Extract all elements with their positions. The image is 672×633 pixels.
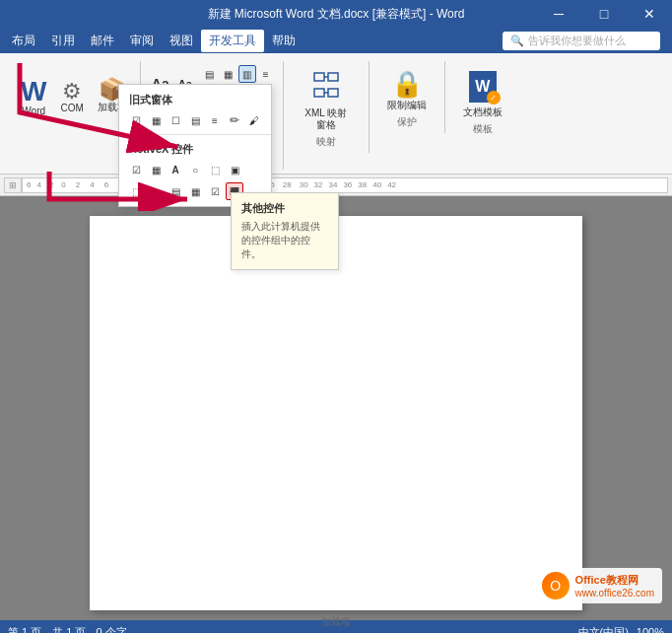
menubar: 布局 引用 邮件 审阅 视图 开发工具 帮助 🔍 告诉我你想要做什么 <box>0 28 672 53</box>
addins-group-label: 加载项 <box>0 615 672 629</box>
menu-developer[interactable]: 开发工具 <box>201 30 264 52</box>
xml-mapping-icon <box>310 69 342 107</box>
restrict-editing-label: 限制编辑 <box>387 100 427 111</box>
menu-review[interactable]: 审阅 <box>122 30 162 52</box>
legacy-section-title: 旧式窗体 <box>119 89 271 109</box>
tooltip-title: 其他控件 <box>241 201 328 216</box>
menu-references[interactable]: 引用 <box>43 30 83 52</box>
word-addin-button[interactable]: W Word <box>16 75 51 119</box>
ruler-corner[interactable]: ⊞ <box>4 177 22 193</box>
titlebar: 新建 Microsoft Word 文档.docx [兼容模式] - Word … <box>0 0 672 28</box>
com-addin-button[interactable]: ⚙ COM <box>55 78 88 116</box>
activex-icon-6[interactable]: ▣ <box>226 161 243 178</box>
activex-icon-1[interactable]: ☑ <box>127 161 145 178</box>
titlebar-title: 新建 Microsoft Word 文档.docx [兼容模式] - Word <box>208 6 465 23</box>
ruler-mark: 36 <box>343 180 352 189</box>
ruler-mark: 40 <box>372 180 381 189</box>
svg-rect-2 <box>314 89 324 97</box>
ctrl-btn-2[interactable]: ▦ <box>220 65 237 83</box>
ctrl-btn-1[interactable]: ▤ <box>201 65 219 83</box>
watermark: O Office教程网 www.office26.com <box>534 568 662 603</box>
ruler-mark: 42 <box>387 180 396 189</box>
svg-rect-1 <box>328 73 338 81</box>
ctrl-btn-3-active[interactable]: ▥ <box>238 65 256 83</box>
activex-icon-10[interactable]: ▦ <box>186 182 204 200</box>
ruler-mark: 6 <box>27 180 31 189</box>
menu-layout[interactable]: 布局 <box>4 30 43 52</box>
ruler-mark: 4 <box>90 180 94 189</box>
ruler-mark: 28 <box>283 180 292 189</box>
legacy-icons-row: ☑ ▦ ☐ ▤ ≡ ✏ 🖌 <box>119 109 271 131</box>
ctrl-btn-4[interactable]: ≡ <box>257 65 275 83</box>
activex-icon-5[interactable]: ⬚ <box>206 161 224 178</box>
com-icon: ⚙ <box>62 81 82 103</box>
close-button[interactable]: ✕ <box>627 0 672 28</box>
activex-icon-2[interactable]: ▦ <box>147 161 165 178</box>
doc-template-label: 文档模板 <box>463 106 503 118</box>
activex-section-title: ActiveX 控件 <box>119 138 271 159</box>
activex-icon-7[interactable]: ⬚ <box>127 182 145 200</box>
ruler-mark: 34 <box>329 180 338 189</box>
svg-rect-0 <box>314 73 324 81</box>
dropdown-menu: 旧式窗体 ☑ ▦ ☐ ▤ ≡ ✏ 🖌 ActiveX 控件 ☑ ▦ A ○ ⬚ … <box>118 84 272 207</box>
legacy-icon-1[interactable]: ☑ <box>127 111 145 129</box>
xml-mapping-label: XML 映射窗格 <box>302 107 351 131</box>
page-content[interactable] <box>90 216 582 610</box>
word-icon: W <box>21 78 46 106</box>
protection-group: 🔒 限制编辑 保护 <box>370 61 445 133</box>
xml-mapping-button[interactable]: XML 映射窗格 <box>294 65 359 135</box>
menu-help[interactable]: 帮助 <box>264 30 303 52</box>
minimize-button[interactable]: ─ <box>536 0 581 28</box>
ruler-mark: 30 <box>300 180 308 189</box>
menu-view[interactable]: 视图 <box>162 30 201 52</box>
watermark-site-name: Office教程网 <box>575 573 654 588</box>
mapping-group-label: 映射 <box>316 135 336 149</box>
ruler-mark: 4 <box>36 180 40 189</box>
mapping-group: XML 映射窗格 映射 <box>284 61 370 153</box>
activex-icon-8[interactable]: ▭ <box>147 182 165 200</box>
legacy-icon-4[interactable]: ▤ <box>186 111 204 129</box>
template-group: W ✓ 文档模板 模板 <box>445 61 520 140</box>
search-input[interactable]: 告诉我你想要做什么 <box>528 34 626 48</box>
dropdown-divider-1 <box>119 134 271 135</box>
titlebar-controls: ─ □ ✕ <box>536 0 672 28</box>
tooltip-description: 插入此计算机提供的控件组中的控件。 <box>241 220 328 261</box>
tooltip-box: 其他控件 插入此计算机提供的控件组中的控件。 <box>231 192 339 270</box>
ruler-mark: 2 <box>49 180 53 189</box>
activex-icon-11[interactable]: ☑ <box>206 182 224 200</box>
watermark-site-url: www.office26.com <box>575 588 654 598</box>
restrict-icon: 🔒 <box>391 69 423 100</box>
watermark-text: Office教程网 www.office26.com <box>575 573 654 598</box>
com-addin-label: COM <box>60 103 83 113</box>
restrict-editing-button[interactable]: 🔒 限制编辑 <box>379 65 435 115</box>
maximize-button[interactable]: □ <box>581 0 627 28</box>
activex-icon-3[interactable]: A <box>167 161 184 178</box>
document-page[interactable] <box>90 216 582 610</box>
ruler-mark: 32 <box>314 180 323 189</box>
ruler-mark: 38 <box>358 180 367 189</box>
activex-icon-9[interactable]: ▤ <box>167 182 184 200</box>
menu-mail[interactable]: 邮件 <box>83 30 122 52</box>
legacy-icon-6[interactable]: ✏ <box>226 111 243 129</box>
legacy-icon-5[interactable]: ≡ <box>206 111 224 129</box>
word-addin-label: Word <box>22 106 45 116</box>
legacy-icon-2[interactable]: ▦ <box>147 111 165 129</box>
search-icon: 🔍 <box>510 35 524 47</box>
doc-template-button[interactable]: W ✓ 文档模板 <box>455 65 510 122</box>
legacy-icon-3[interactable]: ☐ <box>167 111 184 129</box>
ruler-mark: 2 <box>76 180 80 189</box>
ribbon: W Word ⚙ COM 📦 加载项 加载项 Aa Aa <box>0 53 672 175</box>
template-group-label: 模板 <box>473 122 493 136</box>
template-icon: W ✓ <box>465 69 501 105</box>
activex-row-1: ☑ ▦ A ○ ⬚ ▣ <box>119 159 271 180</box>
ruler-mark: 0 <box>61 180 65 189</box>
protection-group-label: 保护 <box>397 115 417 129</box>
legacy-icon-7[interactable]: 🖌 <box>245 111 263 129</box>
activex-icon-4[interactable]: ○ <box>186 161 204 178</box>
watermark-icon: O <box>542 572 570 599</box>
svg-rect-3 <box>328 89 338 97</box>
ruler-mark: 6 <box>104 180 108 189</box>
